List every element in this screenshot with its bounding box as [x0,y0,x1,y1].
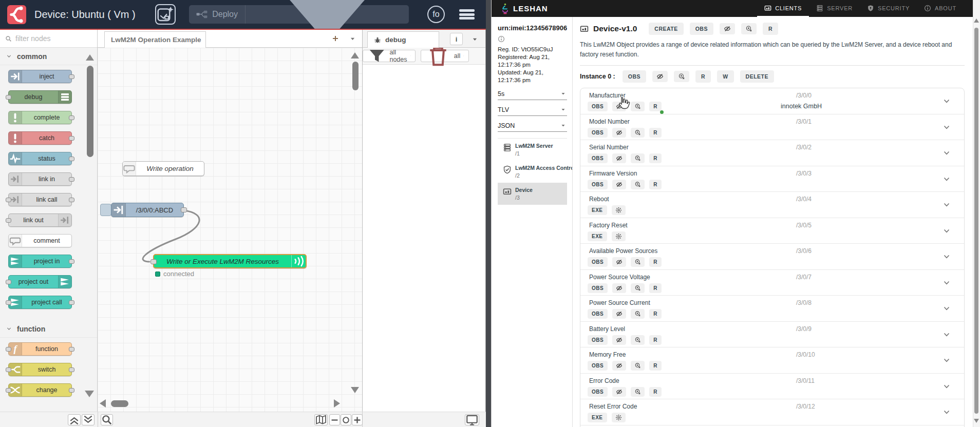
node-port[interactable] [69,198,74,202]
node-port[interactable] [6,198,11,202]
eye-off-button[interactable] [612,335,626,345]
r-button[interactable]: R [649,180,662,189]
r-button[interactable]: R [649,309,662,319]
deploy-button[interactable]: Deploy [189,5,409,24]
node-port[interactable] [6,367,11,372]
r-button[interactable]: R [649,387,662,397]
zoom-in-button[interactable] [352,414,363,425]
eye-off-button[interactable] [612,361,626,371]
flow-assistant-icon[interactable] [155,4,176,25]
node-port[interactable] [6,95,11,100]
node-port[interactable] [69,388,74,393]
palette-node-switch[interactable]: switch [8,363,72,376]
sidebar-object-server-button[interactable]: LwM2M Server /1 [498,139,567,161]
search-flows-button[interactable] [101,414,113,425]
r-button[interactable]: R [649,257,662,267]
palette-node-link-in[interactable]: link in [8,172,72,186]
palette-node-catch[interactable]: catch [8,131,72,145]
chevron-down-icon[interactable] [943,97,951,105]
chevron-down-icon[interactable] [943,382,951,391]
chevron-down-icon[interactable] [943,408,951,416]
debug-clear-button[interactable]: all [421,50,469,62]
r-button[interactable]: R [649,283,662,293]
flow-list-caret[interactable] [349,35,356,42]
node-port[interactable] [69,177,74,182]
action-eye-off-button[interactable] [720,23,735,34]
zoom-out-button[interactable] [329,414,340,425]
obs-button[interactable]: OBS [588,387,608,397]
action-delete[interactable]: DELETE [740,70,774,83]
palette-node-project-out[interactable]: project out [8,275,72,288]
observe-cancel-button[interactable] [631,309,645,319]
node-port[interactable] [69,157,74,161]
sidebar-object-device-button[interactable]: Device /3 [498,183,567,205]
input-port[interactable] [150,259,157,264]
palette-node-project-in[interactable]: project in [8,255,72,268]
filter-nodes-input[interactable] [15,34,82,43]
action-observe-cancel-button[interactable] [674,71,689,82]
obs-button[interactable]: OBS [588,102,608,111]
chevron-down-icon[interactable] [943,304,951,313]
scroll-down-arrow[interactable] [974,419,979,423]
obs-button[interactable]: OBS [588,128,608,138]
palette-node-function[interactable]: f function [8,342,72,356]
nav-about[interactable]: ABOUT [917,0,964,17]
window-divider[interactable] [486,0,491,427]
canvas-scroll-left-arrow[interactable] [100,399,106,407]
node-port[interactable] [69,347,74,352]
page-scrollbar[interactable] [973,0,980,427]
output-port[interactable] [181,207,187,212]
palette-node-project-call[interactable]: project call [8,296,72,309]
main-menu-button[interactable] [459,8,475,21]
inject-trigger-button[interactable] [100,204,111,216]
obs-button[interactable]: OBS [588,309,608,319]
exe-button[interactable]: EXE [588,205,607,215]
canvas-scroll-up-arrow[interactable] [351,52,359,59]
scroll-up-arrow[interactable] [974,18,979,23]
sidebar-options-caret[interactable] [472,36,478,43]
node-port[interactable] [6,280,11,284]
node-port[interactable] [69,300,74,305]
obs-button[interactable]: OBS [588,153,608,163]
tab-lwm2m-operation-example[interactable]: LwM2M Operation Example [104,31,206,48]
select-json[interactable]: JSON [498,120,567,132]
node-port[interactable] [6,218,11,223]
canvas-vertical-scrollbar[interactable] [352,62,359,90]
canvas-horizontal-scrollbar[interactable] [111,400,128,407]
nav-clients[interactable]: CLIENTS [757,0,809,17]
node-port[interactable] [69,136,74,141]
obs-button[interactable]: OBS [588,335,608,345]
action-eye-off-button[interactable] [652,71,668,82]
palette-category-function[interactable]: function [0,320,97,338]
observe-cancel-button[interactable] [631,128,645,138]
add-flow-button[interactable] [331,34,340,43]
r-button[interactable]: R [649,128,662,138]
palette-node-debug[interactable]: debug [8,90,72,104]
chevron-down-icon[interactable] [943,123,951,131]
r-button[interactable]: R [649,335,662,345]
user-avatar[interactable]: fo [427,6,445,23]
select-tlv[interactable]: TLV [498,104,567,116]
chevron-down-icon[interactable] [943,175,951,183]
eye-off-button[interactable] [612,257,626,267]
palette-scrollbar[interactable] [87,66,93,157]
obs-button[interactable]: OBS [588,257,608,267]
zoom-reset-button[interactable] [341,414,351,425]
observe-cancel-button[interactable] [631,257,645,267]
eye-off-button[interactable] [612,128,626,138]
gear-button[interactable] [612,413,626,422]
node-port[interactable] [69,259,74,264]
action-w[interactable]: W [717,70,733,83]
r-button[interactable]: R [649,153,662,163]
exe-button[interactable]: EXE [588,413,607,422]
gear-button[interactable] [612,205,626,215]
observe-cancel-button[interactable] [631,387,645,397]
r-button[interactable]: R [649,102,662,111]
observe-cancel-button[interactable] [631,361,645,371]
eye-off-button[interactable] [612,309,626,319]
palette-category-common[interactable]: common [0,48,97,65]
chevron-down-icon[interactable] [943,253,951,261]
navigator-button[interactable] [314,414,328,425]
node-port[interactable] [6,347,11,352]
chevron-down-icon[interactable] [943,201,951,209]
